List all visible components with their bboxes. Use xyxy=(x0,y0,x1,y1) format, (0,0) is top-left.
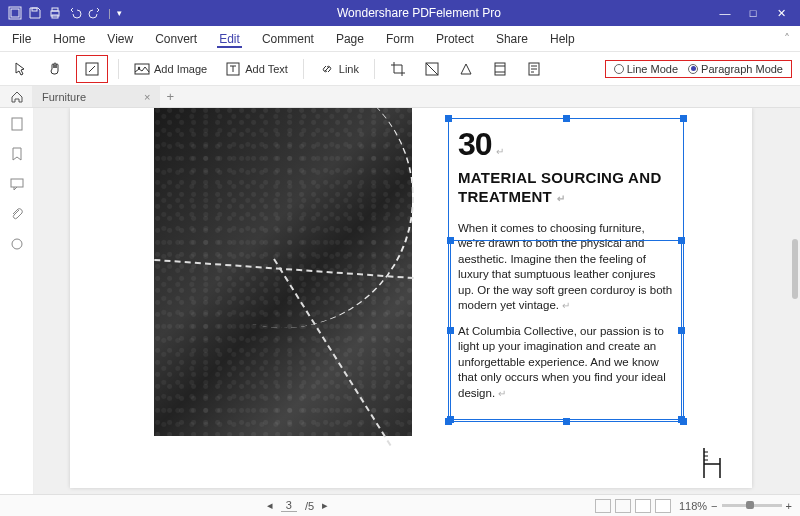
document-tab-label: Furniture xyxy=(42,91,86,103)
qat-divider: | xyxy=(108,7,111,19)
page-current[interactable]: 3 xyxy=(281,499,297,512)
resize-handle[interactable] xyxy=(447,327,454,334)
edit-mode-group: Line Mode Paragraph Mode xyxy=(605,60,792,78)
continuous-view[interactable] xyxy=(615,499,631,513)
close-button[interactable]: ✕ xyxy=(772,7,790,20)
svg-rect-14 xyxy=(11,179,23,187)
line-mode-label: Line Mode xyxy=(627,63,678,75)
text-frame[interactable]: 30 ↵ MATERIAL SOURCING AND TREATMENT ↵ W… xyxy=(450,120,682,420)
maximize-button[interactable]: □ xyxy=(744,7,762,20)
svg-point-15 xyxy=(12,239,22,249)
menu-convert[interactable]: Convert xyxy=(153,30,199,48)
edit-tool-highlight xyxy=(76,55,108,83)
work-area: 30 ↵ MATERIAL SOURCING AND TREATMENT ↵ W… xyxy=(0,108,800,494)
single-page-view[interactable] xyxy=(595,499,611,513)
resize-handle[interactable] xyxy=(447,416,454,423)
prev-page-button[interactable]: ◂ xyxy=(267,499,273,512)
status-bar: ◂ 3 /5 ▸ 118% − + xyxy=(0,494,800,516)
background-tool[interactable] xyxy=(453,58,479,80)
resize-handle[interactable] xyxy=(678,416,685,423)
watermark-tool[interactable] xyxy=(419,58,445,80)
two-page-view[interactable] xyxy=(635,499,651,513)
svg-rect-2 xyxy=(32,8,37,11)
page-navigator: ◂ 3 /5 ▸ xyxy=(267,499,328,512)
edit-tool[interactable] xyxy=(79,58,105,80)
resize-handle[interactable] xyxy=(445,115,452,122)
svg-rect-13 xyxy=(12,118,22,130)
print-icon[interactable] xyxy=(48,6,62,20)
add-text-button[interactable]: Add Text xyxy=(220,58,293,80)
view-mode-buttons xyxy=(595,499,671,513)
home-tab-icon[interactable] xyxy=(10,90,24,104)
add-image-button[interactable]: Add Image xyxy=(129,58,212,80)
resize-handle[interactable] xyxy=(678,327,685,334)
menu-protect[interactable]: Protect xyxy=(434,30,476,48)
search-panel-icon[interactable] xyxy=(9,236,25,252)
paragraph-mode-radio[interactable]: Paragraph Mode xyxy=(688,63,783,75)
zoom-out-button[interactable]: − xyxy=(711,500,717,512)
tab-close-icon[interactable]: × xyxy=(144,91,150,103)
menu-help[interactable]: Help xyxy=(548,30,577,48)
selection-inner[interactable] xyxy=(450,240,682,420)
resize-handle[interactable] xyxy=(447,237,454,244)
document-canvas[interactable]: 30 ↵ MATERIAL SOURCING AND TREATMENT ↵ W… xyxy=(34,108,800,494)
save-icon[interactable] xyxy=(28,6,42,20)
zoom-in-button[interactable]: + xyxy=(786,500,792,512)
document-tab-strip: Furniture × + xyxy=(0,86,800,108)
app-logo-icon xyxy=(8,6,22,20)
menu-home[interactable]: Home xyxy=(51,30,87,48)
title-bar: | ▾ Wondershare PDFelement Pro — □ ✕ xyxy=(0,0,800,26)
page-total: /5 xyxy=(305,500,314,512)
thumbnails-icon[interactable] xyxy=(9,116,25,132)
zoom-control: 118% − + xyxy=(679,500,792,512)
add-tab-button[interactable]: + xyxy=(166,89,174,104)
attachments-icon[interactable] xyxy=(9,206,25,222)
comments-icon[interactable] xyxy=(9,176,25,192)
collapse-ribbon-icon[interactable]: ˄ xyxy=(784,32,790,46)
menu-comment[interactable]: Comment xyxy=(260,30,316,48)
svg-rect-1 xyxy=(11,9,19,17)
menu-view[interactable]: View xyxy=(105,30,135,48)
menu-form[interactable]: Form xyxy=(384,30,416,48)
add-text-label: Add Text xyxy=(245,63,288,75)
svg-rect-11 xyxy=(495,63,505,75)
two-page-continuous-view[interactable] xyxy=(655,499,671,513)
menu-file[interactable]: File xyxy=(10,30,33,48)
zoom-slider[interactable] xyxy=(722,504,782,507)
select-tool[interactable] xyxy=(8,58,34,80)
line-mode-radio[interactable]: Line Mode xyxy=(614,63,678,75)
link-label: Link xyxy=(339,63,359,75)
leather-image xyxy=(154,108,412,436)
undo-icon[interactable] xyxy=(68,6,82,20)
resize-handle[interactable] xyxy=(680,115,687,122)
menu-bar: File Home View Convert Edit Comment Page… xyxy=(0,26,800,52)
link-button[interactable]: Link xyxy=(314,58,364,80)
paragraph-mode-label: Paragraph Mode xyxy=(701,63,783,75)
resize-handle[interactable] xyxy=(678,237,685,244)
app-title: Wondershare PDFelement Pro xyxy=(122,6,716,20)
radio-on-icon xyxy=(688,64,698,74)
menu-page[interactable]: Page xyxy=(334,30,366,48)
redo-icon[interactable] xyxy=(88,6,102,20)
pdf-page: 30 ↵ MATERIAL SOURCING AND TREATMENT ↵ W… xyxy=(70,108,752,488)
menu-edit[interactable]: Edit xyxy=(217,30,242,48)
header-footer-tool[interactable] xyxy=(487,58,513,80)
chair-icon xyxy=(698,446,728,480)
minimize-button[interactable]: — xyxy=(716,7,734,20)
crop-tool[interactable] xyxy=(385,58,411,80)
side-panel xyxy=(0,108,34,494)
bookmarks-icon[interactable] xyxy=(9,146,25,162)
svg-rect-4 xyxy=(52,8,58,11)
edit-toolbar: Add Image Add Text Link Line Mode Paragr… xyxy=(0,52,800,86)
radio-off-icon xyxy=(614,64,624,74)
menu-share[interactable]: Share xyxy=(494,30,530,48)
hand-tool[interactable] xyxy=(42,58,68,80)
next-page-button[interactable]: ▸ xyxy=(322,499,328,512)
zoom-value: 118% xyxy=(679,500,707,512)
document-tab[interactable]: Furniture × xyxy=(32,86,160,107)
bates-tool[interactable] xyxy=(521,58,547,80)
add-image-label: Add Image xyxy=(154,63,207,75)
vertical-scrollbar[interactable] xyxy=(792,239,798,299)
resize-handle[interactable] xyxy=(563,115,570,122)
